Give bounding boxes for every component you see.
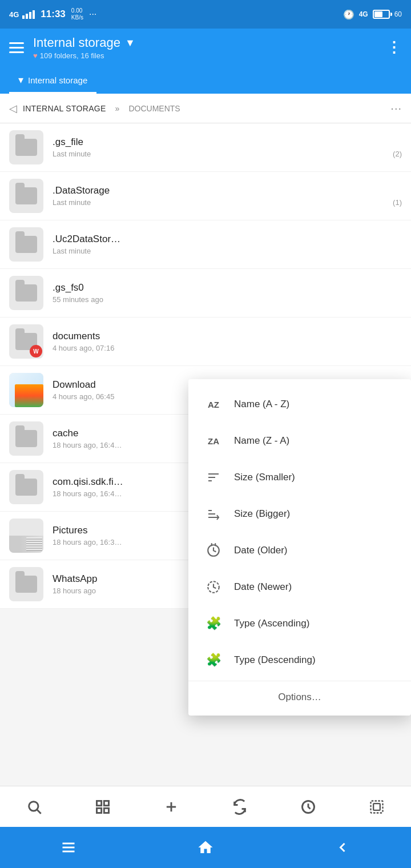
header-title-area: Internal storage ▼ ♥ 109 folders, 16 fil…: [33, 35, 135, 60]
file-icon-wrap: [9, 567, 43, 601]
nav-menu-button[interactable]: [46, 830, 91, 865]
file-meta: 55 minutes ago: [53, 295, 402, 304]
sort-date-older-label: Date (Older): [234, 545, 288, 556]
file-date: Last minute: [53, 247, 91, 255]
status-bar: 4G 11:33 0.00KB/s ··· 🕐 4G 60: [0, 0, 411, 29]
battery-fill: [374, 11, 382, 17]
folder-icon: [15, 139, 37, 156]
more-dots: ···: [89, 9, 96, 19]
sort-size-bigger-icon: [204, 505, 223, 523]
file-name: .gs_file: [53, 136, 402, 148]
file-name: .DataStorage: [53, 185, 402, 196]
sort-size-smaller[interactable]: Size (Smaller): [188, 459, 411, 496]
file-date: 18 hours ago, 16:3…: [53, 538, 122, 546]
sort-name-az[interactable]: AZ Name (A - Z): [188, 386, 411, 423]
signal-4g-badge: 4G: [359, 10, 368, 18]
sort-type-asc-label: Type (Ascending): [234, 618, 309, 629]
sort-size-bigger-label: Size (Bigger): [234, 508, 290, 520]
header-left: Internal storage ▼ ♥ 109 folders, 16 fil…: [9, 35, 135, 60]
sort-type-asc[interactable]: 🧩 Type (Ascending): [188, 605, 411, 642]
svg-rect-18: [373, 803, 380, 810]
file-icon-wrap: [9, 227, 43, 262]
title-dropdown-arrow[interactable]: ▼: [125, 37, 135, 49]
refresh-button[interactable]: [223, 790, 257, 824]
sort-name-za[interactable]: ZA Name (Z - A): [188, 423, 411, 459]
file-info: documents 4 hours ago, 07:16: [53, 331, 402, 352]
sort-options-button[interactable]: Options…: [188, 684, 411, 711]
sort-date-newer-label: Date (Newer): [234, 581, 292, 593]
folder-icon: [15, 479, 37, 496]
bottom-toolbar: [0, 786, 411, 827]
sort-type-desc[interactable]: 🧩 Type (Descending): [188, 642, 411, 678]
svg-rect-12: [97, 808, 102, 813]
sort-za-icon: ZA: [204, 432, 223, 450]
file-date: Last minute: [53, 198, 91, 207]
file-meta: Last minute: [53, 247, 402, 255]
nav-back-button[interactable]: [320, 830, 365, 865]
file-icon-wrap: [9, 421, 43, 456]
list-item[interactable]: .gs_fs0 55 minutes ago: [0, 269, 411, 318]
sort-divider: [188, 681, 411, 681]
file-icon-wrap: [9, 470, 43, 504]
svg-rect-11: [104, 801, 108, 805]
sort-menu: AZ Name (A - Z) ZA Name (Z - A) Size (Sm…: [188, 379, 411, 716]
file-icon-wrap: [9, 179, 43, 213]
svg-rect-13: [104, 808, 108, 813]
file-meta: 4 hours ago, 07:16: [53, 344, 402, 352]
file-date: 18 hours ago: [53, 586, 96, 595]
sort-date-older[interactable]: Date (Older): [188, 532, 411, 569]
file-meta: Last minute (2): [53, 150, 402, 158]
svg-point-8: [29, 801, 38, 810]
file-date: 18 hours ago, 16:4…: [53, 441, 122, 449]
svg-line-9: [37, 810, 41, 813]
file-info: .gs_file Last minute (2): [53, 136, 402, 158]
file-date: 4 hours ago, 06:45: [53, 392, 114, 401]
file-date: 4 hours ago, 07:16: [53, 344, 114, 352]
status-left: 4G 11:33 0.00KB/s ···: [9, 7, 96, 21]
file-icon-wrap: [9, 373, 43, 407]
add-button[interactable]: [154, 790, 188, 824]
nav-home-button[interactable]: [183, 830, 228, 865]
list-item[interactable]: .DataStorage Last minute (1): [0, 172, 411, 220]
list-item[interactable]: .Uc2DataStor… Last minute: [0, 220, 411, 269]
heart-icon: ♥: [33, 51, 38, 60]
search-button[interactable]: [17, 790, 51, 824]
svg-rect-17: [371, 801, 383, 813]
file-count: (2): [393, 150, 402, 158]
sort-type-desc-icon: 🧩: [204, 651, 223, 669]
file-name: .Uc2DataStor…: [53, 234, 402, 245]
list-item[interactable]: .gs_file Last minute (2): [0, 123, 411, 172]
file-count: (1): [393, 198, 402, 207]
sort-name-az-label: Name (A - Z): [234, 399, 289, 410]
back-button[interactable]: ◁: [9, 102, 17, 115]
sort-name-za-label: Name (Z - A): [234, 435, 289, 447]
list-view-button[interactable]: [86, 790, 120, 824]
tab-internal-storage[interactable]: ▾ Internal storage: [9, 68, 96, 94]
breadcrumb-more-button[interactable]: ···: [390, 102, 402, 115]
folder-icon: [15, 284, 37, 302]
thumb-image: [15, 384, 43, 407]
history-button[interactable]: [291, 790, 325, 824]
breadcrumb-left: ◁ INTERNAL STORAGE » DOCUMENTS: [9, 102, 180, 115]
file-icon-wrap: [9, 519, 43, 553]
folder-icon: [15, 236, 37, 253]
file-meta: Last minute (1): [53, 198, 402, 207]
folder-icon: [15, 576, 37, 593]
file-date: 18 hours ago, 16:4…: [53, 489, 122, 498]
header-more-button[interactable]: ⋮: [386, 39, 402, 57]
list-item[interactable]: W documents 4 hours ago, 07:16: [0, 318, 411, 366]
sort-date-newer[interactable]: Date (Newer): [188, 569, 411, 605]
folder-icon: [15, 430, 37, 447]
file-date: Last minute: [53, 150, 91, 158]
breadcrumb-bar: ◁ INTERNAL STORAGE » DOCUMENTS ···: [0, 94, 411, 123]
nav-bar: [0, 827, 411, 868]
file-icon-wrap: W: [9, 324, 43, 359]
download-thumbnail: [9, 373, 43, 407]
breadcrumb-root[interactable]: INTERNAL STORAGE: [23, 104, 106, 113]
select-button[interactable]: [360, 790, 394, 824]
alarm-icon: 🕐: [343, 9, 354, 20]
sort-size-bigger[interactable]: Size (Bigger): [188, 496, 411, 532]
hamburger-menu-button[interactable]: [9, 42, 24, 53]
app-header: Internal storage ▼ ♥ 109 folders, 16 fil…: [0, 29, 411, 68]
breadcrumb-current[interactable]: DOCUMENTS: [128, 104, 180, 113]
